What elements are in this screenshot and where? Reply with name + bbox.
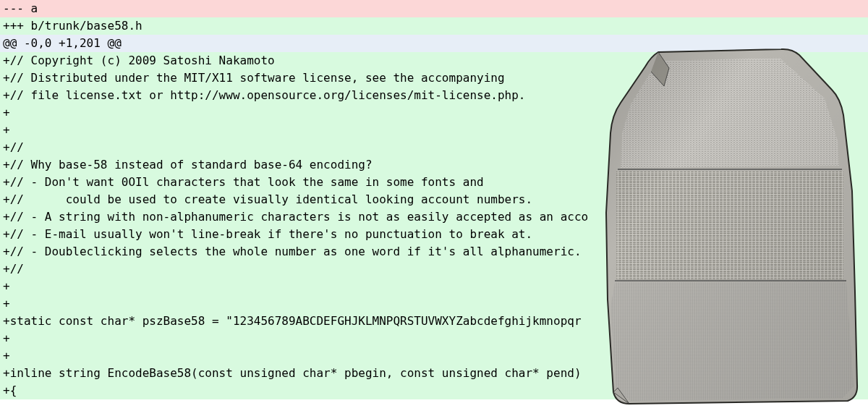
diff-line: +// - E-mail usually won't line-break if… xyxy=(0,226,868,243)
diff-line: +++ b/trunk/base58.h xyxy=(0,17,868,35)
diff-line: +// xyxy=(0,260,868,278)
diff-line: +// could be used to create visually ide… xyxy=(0,191,868,208)
diff-line: +{ xyxy=(0,382,868,399)
diff-line: +// - A string with non-alphanumeric cha… xyxy=(0,208,868,226)
diff-line: --- a xyxy=(0,0,868,17)
diff-line: @@ -0,0 +1,201 @@ xyxy=(0,35,868,52)
diff-line: +// Why base-58 instead of standard base… xyxy=(0,156,868,174)
diff-line: +static const char* pszBase58 = "1234567… xyxy=(0,313,868,330)
diff-line: + xyxy=(0,330,868,347)
diff-line: +// xyxy=(0,139,868,156)
diff-line: +inline string EncodeBase58(const unsign… xyxy=(0,365,868,382)
diff-line: + xyxy=(0,278,868,295)
diff-line: + xyxy=(0,104,868,122)
diff-line: +// file license.txt or http://www.opens… xyxy=(0,87,868,104)
diff-line: +// Distributed under the MIT/X11 softwa… xyxy=(0,69,868,87)
diff-view: --- a+++ b/trunk/base58.h@@ -0,0 +1,201 … xyxy=(0,0,868,399)
diff-line: +// - Don't want 0OIl characters that lo… xyxy=(0,174,868,191)
diff-line: + xyxy=(0,347,868,365)
diff-line: +// - Doubleclicking selects the whole n… xyxy=(0,243,868,260)
diff-line: +// Copyright (c) 2009 Satoshi Nakamoto xyxy=(0,52,868,69)
diff-line: + xyxy=(0,122,868,139)
diff-line: + xyxy=(0,295,868,313)
